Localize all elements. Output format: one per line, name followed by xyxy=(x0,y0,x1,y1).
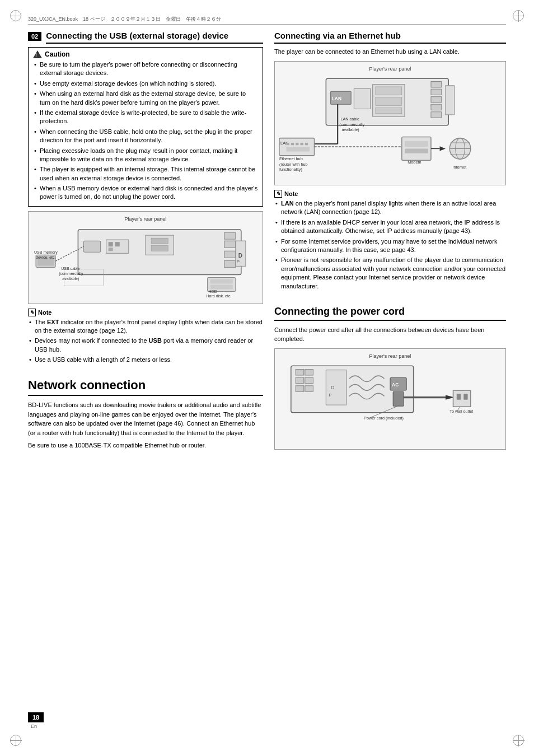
caution-label: Caution xyxy=(45,50,70,58)
note-item: Use a USB cable with a length of 2 meter… xyxy=(28,356,263,364)
svg-rect-90 xyxy=(463,394,467,399)
svg-text:Modem: Modem xyxy=(407,160,421,165)
svg-rect-50 xyxy=(296,142,298,144)
svg-rect-51 xyxy=(301,142,303,144)
usb-section-header: 02 Connecting the USB (external storage)… xyxy=(28,31,263,44)
svg-rect-4 xyxy=(224,260,236,267)
svg-text:USB cable: USB cable xyxy=(61,267,79,270)
svg-text:available): available) xyxy=(342,127,359,132)
svg-rect-32 xyxy=(431,89,442,95)
svg-text:AC: AC xyxy=(392,382,399,388)
page-number: 18 xyxy=(32,714,39,721)
powercord-diagram: Player's rear panel D P xyxy=(274,348,506,450)
caution-item: When connecting the USB cable, hold onto… xyxy=(33,128,258,145)
svg-rect-43 xyxy=(446,85,455,114)
note-item: LAN on the player's front panel display … xyxy=(274,199,506,217)
usb-section: 02 Connecting the USB (external storage)… xyxy=(28,31,263,366)
caution-icon xyxy=(33,50,42,58)
svg-text:HDD: HDD xyxy=(209,289,217,293)
reg-mark-br xyxy=(513,735,524,746)
ethernet-note-label: Note xyxy=(284,190,298,197)
svg-rect-52 xyxy=(305,142,308,144)
svg-marker-66 xyxy=(440,146,446,151)
powercord-section-title: Connecting the power cord xyxy=(274,306,506,321)
svg-rect-31 xyxy=(431,81,442,87)
main-content: 02 Connecting the USB (external storage)… xyxy=(28,31,506,711)
svg-rect-33 xyxy=(431,96,442,102)
caution-header: Caution xyxy=(33,50,258,58)
svg-text:device, etc.: device, etc. xyxy=(36,255,56,259)
svg-rect-78 xyxy=(296,386,304,391)
note-icon-eth: ✎ xyxy=(274,190,282,198)
svg-rect-79 xyxy=(305,386,313,391)
svg-rect-6 xyxy=(151,238,168,244)
svg-rect-77 xyxy=(305,377,313,383)
caution-item: When using an external hard disk as the … xyxy=(33,90,258,107)
note-item: Devices may not work if connected to the… xyxy=(28,337,263,354)
ethernet-section-title: Connecting via an Ethernet hub xyxy=(274,31,506,44)
chapter-badge: 02 xyxy=(28,32,41,41)
usb-note-header: ✎ Note xyxy=(28,309,263,316)
svg-rect-11 xyxy=(115,242,120,246)
ethernet-diagram-svg: LAN LAN xyxy=(279,74,501,179)
svg-text:P: P xyxy=(237,259,240,264)
svg-rect-21 xyxy=(210,279,233,283)
caution-item: Placing excessive loads on the plug may … xyxy=(33,147,258,164)
svg-rect-10 xyxy=(109,242,113,246)
svg-rect-85 xyxy=(393,391,404,406)
caution-item: If the external storage device is write-… xyxy=(33,109,258,126)
ethernet-body: The player can be connected to an Ethern… xyxy=(274,47,506,57)
svg-rect-7 xyxy=(151,245,168,251)
svg-rect-75 xyxy=(305,370,313,375)
header-text: 320_UXJCA_EN.book 18 ページ ２００９年２月１３日 金曜日 … xyxy=(28,16,221,22)
svg-rect-2 xyxy=(224,241,236,248)
svg-text:(commercially: (commercially xyxy=(59,272,83,276)
network-section-title: Network connection xyxy=(28,378,263,396)
svg-text:D: D xyxy=(238,253,242,259)
svg-rect-48 xyxy=(287,142,289,144)
svg-text:D: D xyxy=(331,385,335,390)
svg-rect-89 xyxy=(457,394,461,399)
powercord-diagram-svg: D P AC xyxy=(279,361,501,443)
svg-text:available): available) xyxy=(62,277,79,281)
powercord-diagram-label: Player's rear panel xyxy=(279,353,501,359)
note-item: If there is an available DHCP server in … xyxy=(274,218,506,236)
svg-text:To wall outlet: To wall outlet xyxy=(449,409,473,414)
svg-rect-62 xyxy=(405,141,428,146)
svg-text:Internet: Internet xyxy=(453,164,467,169)
ethernet-section: Connecting via an Ethernet hub The playe… xyxy=(274,31,506,292)
usb-note-list: The EXT indicator on the player's front … xyxy=(28,318,263,365)
right-column: Connecting via an Ethernet hub The playe… xyxy=(274,31,506,711)
left-column: 02 Connecting the USB (external storage)… xyxy=(28,31,263,711)
svg-rect-34 xyxy=(431,104,442,110)
page-number-badge: 18 xyxy=(28,712,44,722)
ethernet-diagram-label: Player's rear panel xyxy=(279,66,501,72)
svg-text:(router with hub: (router with hub xyxy=(279,161,308,166)
svg-text:Hard disk, etc.: Hard disk, etc. xyxy=(207,294,232,297)
usb-diagram: Player's rear panel xyxy=(28,211,263,304)
svg-rect-12 xyxy=(109,248,113,251)
svg-rect-53 xyxy=(287,147,310,151)
svg-text:(commercially: (commercially xyxy=(339,122,364,127)
caution-list: Be sure to turn the player's power off b… xyxy=(33,60,258,202)
svg-text:Power cord (included): Power cord (included) xyxy=(364,416,404,421)
svg-text:P: P xyxy=(329,393,332,398)
caution-item: When a USB memory device or external har… xyxy=(33,184,258,202)
usb-note-box: ✎ Note The EXT indicator on the player's… xyxy=(28,309,263,365)
svg-rect-88 xyxy=(453,390,471,407)
svg-text:functionality): functionality) xyxy=(279,166,302,171)
usb-note-label: Note xyxy=(38,309,51,316)
doc-header: 320_UXJCA_EN.book 18 ページ ２００９年２月１３日 金曜日 … xyxy=(28,16,506,25)
ethernet-note-header: ✎ Note xyxy=(274,190,506,198)
svg-text:USB memory: USB memory xyxy=(34,250,58,255)
caution-item: Be sure to turn the player's power off b… xyxy=(33,60,258,78)
svg-rect-42 xyxy=(354,88,370,109)
network-body1: BD-LIVE functions such as downloading mo… xyxy=(28,400,263,437)
network-section: Network connection BD-LIVE functions suc… xyxy=(28,378,263,454)
svg-rect-39 xyxy=(376,108,402,113)
svg-rect-8 xyxy=(83,241,100,252)
usb-section-title: Connecting the USB (external storage) de… xyxy=(46,31,263,44)
note-item: For some Internet service providers, you… xyxy=(274,237,506,255)
ethernet-note-list: LAN on the player's front panel display … xyxy=(274,199,506,291)
svg-rect-80 xyxy=(326,370,346,405)
